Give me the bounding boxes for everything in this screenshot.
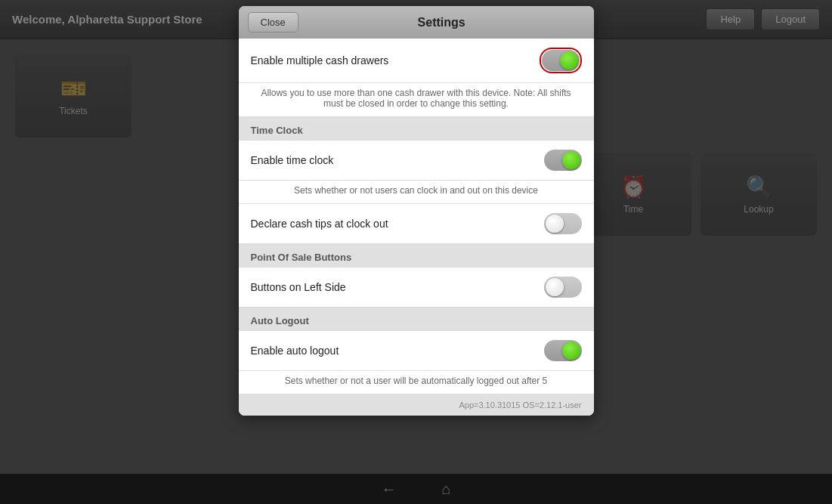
setting-label-enable-auto-logout: Enable auto logout: [251, 345, 339, 357]
desc-enable-time-clock: Sets whether or not users can clock in a…: [239, 181, 594, 204]
toggle-knob-enable-multiple-cash-drawers: [560, 51, 578, 70]
setting-label-enable-multiple-cash-drawers: Enable multiple cash drawers: [251, 54, 389, 66]
version-text: App=3.10.31015 OS=2.12.1-user: [239, 394, 594, 416]
toggle-knob-enable-auto-logout: [562, 342, 580, 360]
setting-row-declare-cash-tips: Declare cash tips at clock out: [239, 204, 594, 244]
setting-label-declare-cash-tips: Declare cash tips at clock out: [251, 218, 388, 230]
toggle-knob-enable-time-clock: [562, 151, 580, 169]
close-button[interactable]: Close: [248, 12, 298, 32]
setting-row-buttons-on-left-side: Buttons on Left Side: [239, 267, 594, 308]
modal-title: Settings: [298, 16, 585, 29]
toggle-enable-multiple-cash-drawers[interactable]: [542, 50, 580, 71]
toggle-declare-cash-tips[interactable]: [544, 213, 582, 234]
setting-label-buttons-on-left-side: Buttons on Left Side: [251, 281, 346, 293]
modal-header: Close Settings: [239, 6, 594, 39]
toggle-highlight-enable-multiple-cash-drawers: [540, 48, 582, 73]
toggle-enable-time-clock[interactable]: [544, 150, 582, 171]
toggle-knob-buttons-on-left-side: [546, 278, 564, 296]
setting-row-enable-auto-logout: Enable auto logout: [239, 331, 594, 371]
toggle-enable-auto-logout[interactable]: [544, 340, 582, 361]
desc-enable-multiple-cash-drawers: Allows you to use more than one cash dra…: [239, 83, 594, 117]
section-header-time-clock: Time Clock: [239, 117, 594, 141]
toggle-knob-declare-cash-tips: [546, 215, 564, 233]
setting-label-enable-time-clock: Enable time clock: [251, 154, 334, 166]
section-header-pos-buttons: Point Of Sale Buttons: [239, 244, 594, 267]
modal-overlay: Close Settings Enable multiple cash draw…: [0, 0, 832, 504]
desc-enable-auto-logout: Sets whether or not a user will be autom…: [239, 371, 594, 394]
setting-row-enable-time-clock: Enable time clock: [239, 141, 594, 181]
section-header-auto-logout: Auto Logout: [239, 308, 594, 331]
settings-modal: Close Settings Enable multiple cash draw…: [239, 6, 594, 416]
toggle-buttons-on-left-side[interactable]: [544, 277, 582, 298]
setting-row-enable-multiple-cash-drawers: Enable multiple cash drawers: [239, 39, 594, 83]
modal-body[interactable]: Enable multiple cash drawers Allows you …: [239, 39, 594, 416]
